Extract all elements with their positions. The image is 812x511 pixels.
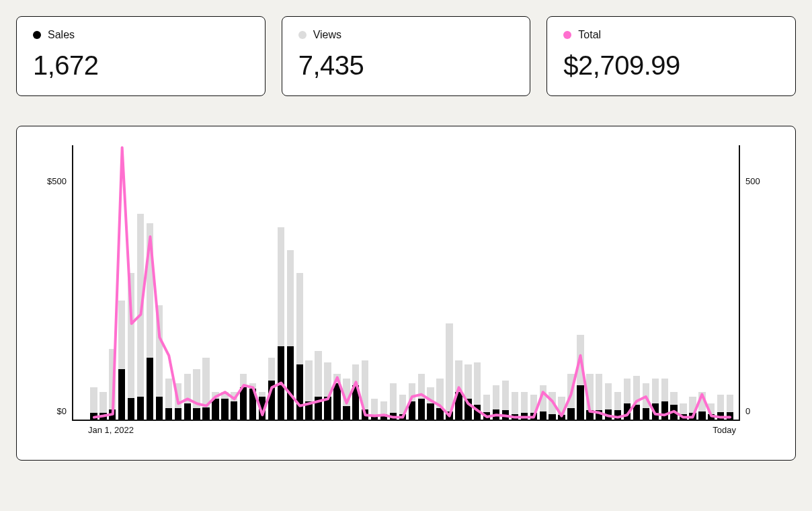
total-line bbox=[94, 147, 730, 417]
sales-dot-icon bbox=[33, 31, 41, 39]
y-left-tick-1: $500 bbox=[47, 176, 67, 186]
analytics-dashboard: Sales 1,672 Views 7,435 Total $2,709.99 … bbox=[0, 0, 812, 477]
chart-wrap: $0 $500 0 500 Jan 1, 2022 Today bbox=[37, 145, 775, 441]
y-right-tick-0: 0 bbox=[745, 406, 750, 416]
card-total[interactable]: Total $2,709.99 bbox=[546, 16, 796, 96]
card-total-label: Total bbox=[578, 29, 601, 41]
card-sales-value: 1,672 bbox=[33, 50, 249, 81]
card-views-value: 7,435 bbox=[298, 50, 514, 81]
x-axis-start-label: Jan 1, 2022 bbox=[88, 425, 134, 435]
y-right-tick-1: 500 bbox=[745, 176, 760, 186]
x-axis-end-label: Today bbox=[713, 425, 736, 435]
card-total-label-row: Total bbox=[563, 29, 779, 41]
card-sales-label: Sales bbox=[48, 29, 75, 41]
total-dot-icon bbox=[563, 31, 571, 39]
card-views-label: Views bbox=[313, 29, 341, 41]
y-axis-right: 0 500 bbox=[741, 145, 775, 421]
line-overlay bbox=[73, 145, 739, 420]
y-axis-left: $0 $500 bbox=[37, 145, 71, 421]
chart-card: $0 $500 0 500 Jan 1, 2022 Today bbox=[16, 126, 796, 461]
card-views[interactable]: Views 7,435 bbox=[282, 16, 531, 96]
views-dot-icon bbox=[298, 31, 307, 39]
card-sales[interactable]: Sales 1,672 bbox=[16, 16, 266, 96]
x-axis: Jan 1, 2022 Today bbox=[72, 421, 740, 441]
card-sales-label-row: Sales bbox=[33, 29, 249, 41]
card-views-label-row: Views bbox=[298, 29, 514, 41]
summary-cards-row: Sales 1,672 Views 7,435 Total $2,709.99 bbox=[16, 16, 796, 96]
card-total-value: $2,709.99 bbox=[563, 50, 779, 81]
y-left-tick-0: $0 bbox=[57, 406, 67, 416]
plot-area[interactable] bbox=[72, 145, 740, 421]
